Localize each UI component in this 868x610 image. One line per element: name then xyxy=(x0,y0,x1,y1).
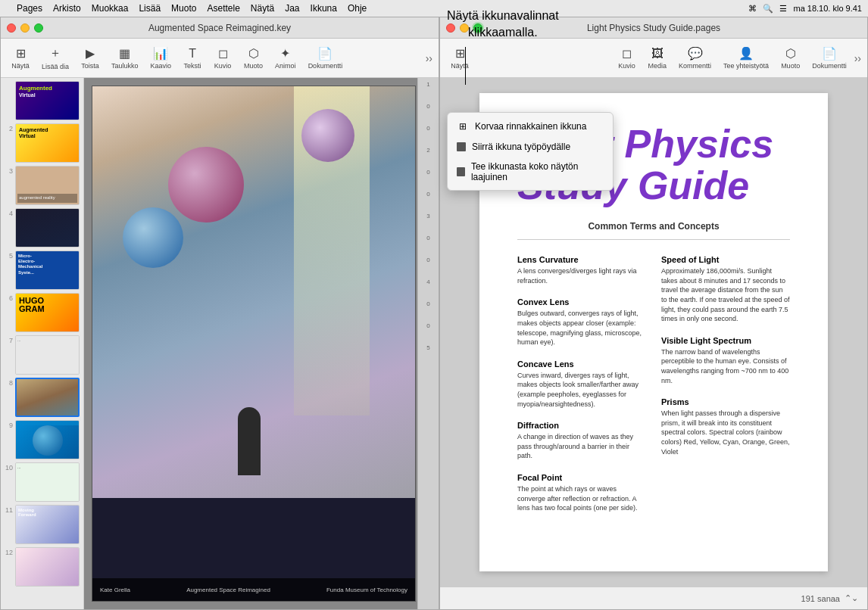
term-focal-title: Focal Point xyxy=(517,473,646,482)
close-button[interactable] xyxy=(7,23,16,33)
term-convex-title: Convex Lens xyxy=(517,297,646,307)
toolbar-expand-button[interactable]: ›› xyxy=(426,52,432,64)
slide-image-8 xyxy=(15,378,80,417)
terms-column-right: Speed of Light Approximately 186,000mi/s… xyxy=(661,255,790,513)
term-lens-curvature-title: Lens Curvature xyxy=(517,255,646,264)
nayta-icon: ⊞ xyxy=(16,46,26,61)
term-lens-curvature-desc: A lens converges/diverges light rays via… xyxy=(517,266,646,285)
slide-thumb-7[interactable]: 7 ... xyxy=(4,335,80,375)
toolbar-dokumentti[interactable]: 📄 Dokumentti xyxy=(304,44,348,72)
pages-kuvio-icon: ◻ xyxy=(622,46,632,61)
menu-ikkuna[interactable]: Ikkuna xyxy=(311,3,337,14)
slide-thumb-12[interactable]: 12 xyxy=(4,547,80,587)
slide-thumb-6[interactable]: 6 HUGOGRAM xyxy=(4,293,80,332)
menu-item-koko-naytto[interactable]: Tee ikkunasta koko näytön laajuinen xyxy=(448,157,613,187)
keynote-content: Augmented Virtual 2 AugmentedVirtual 3 xyxy=(1,78,439,609)
slide-thumb-3[interactable]: 3 augmented reality xyxy=(4,166,80,205)
korvaa-icon: ⊞ xyxy=(457,120,469,132)
toolbar-animoi[interactable]: ✦ Animoi xyxy=(270,44,301,72)
lisaa-dia-icon: ＋ xyxy=(49,45,61,61)
search-icon[interactable]: 🔍 xyxy=(763,4,773,14)
menu-asettele[interactable]: Asettele xyxy=(207,3,239,14)
taulukko-icon: ▦ xyxy=(119,46,130,61)
menu-lisaa[interactable]: Lisää xyxy=(139,3,161,14)
window-options-menu: ⊞ Korvaa rinnakkainen ikkuna Siirrä ikku… xyxy=(447,112,614,191)
word-count-arrows[interactable]: ⌃⌄ xyxy=(845,593,858,603)
pages-muoto-icon: ⬡ xyxy=(785,46,796,61)
pages-toolbar-kommentti[interactable]: 💬 Kommentti xyxy=(674,44,716,72)
pages-toolbar-kuvio[interactable]: ◻ Kuvio xyxy=(614,44,641,72)
pages-yhteistyo-icon: 👤 xyxy=(738,46,754,61)
slide-image-9 xyxy=(15,420,80,459)
menu-item-siirra[interactable]: Siirrä ikkuna työpöydälle xyxy=(448,137,613,157)
menu-arkisto[interactable]: Arkisto xyxy=(53,3,81,14)
pages-toolbar-yhteistyo[interactable]: 👤 Tee yhteistyötä xyxy=(719,44,773,72)
slide-bottom-bar: Kate Grella Augmented Space Reimagined F… xyxy=(92,578,415,601)
slide-thumb-5[interactable]: 5 Micro-Electro-MechanicalSyste... xyxy=(4,251,80,290)
annotation-line xyxy=(465,47,466,85)
slide-canvas: Kate Grella Augmented Space Reimagined F… xyxy=(84,78,439,609)
toolbar-toista[interactable]: ▶ Toista xyxy=(76,44,104,72)
slide-thumb-1[interactable]: Augmented Virtual xyxy=(4,81,80,120)
term-convex-desc: Bulges outward, converges rays of light,… xyxy=(517,309,646,347)
keynote-menu-bar: Pages Arkisto Muokkaa Lisää Muoto Asette… xyxy=(0,0,439,17)
term-concave-desc: Curves inward, diverges rays of light, m… xyxy=(517,371,646,409)
toolbar-kuvio[interactable]: ◻ Kuvio xyxy=(209,44,236,72)
pages-statusbar: 191 sanaa ⌃⌄ xyxy=(440,587,867,609)
menu-muokkaa[interactable]: Muokkaa xyxy=(92,3,129,14)
toolbar-kaavio[interactable]: 📊 Kaavio xyxy=(146,44,176,72)
pages-dokumentti-icon: 📄 xyxy=(822,46,837,61)
word-count: 191 sanaa xyxy=(801,594,840,603)
slide-thumb-10[interactable]: 10 ... xyxy=(4,462,80,502)
pages-nayta-icon: ⊞ xyxy=(455,46,465,61)
slide-ball-2 xyxy=(168,147,244,223)
slide-ball-3 xyxy=(123,207,183,268)
pages-toolbar-media[interactable]: 🖼 Media xyxy=(644,45,672,72)
pages-toolbar-dokumentti[interactable]: 📄 Dokumentti xyxy=(807,44,851,72)
slide-thumb-11[interactable]: 11 MovingForward xyxy=(4,505,80,544)
menu-item-korvaa[interactable]: ⊞ Korvaa rinnakkainen ikkuna xyxy=(448,116,613,137)
term-speed-title: Speed of Light xyxy=(661,255,790,264)
slide-thumb-9[interactable]: 9 xyxy=(4,420,80,459)
menu-nayta[interactable]: Näytä xyxy=(251,3,274,14)
pages-kommentti-icon: 💬 xyxy=(688,46,703,61)
slide-image-4 xyxy=(15,208,80,247)
toolbar-taulukko[interactable]: ▦ Taulukko xyxy=(107,44,143,72)
slide-thumb-4[interactable]: 4 xyxy=(4,208,80,247)
menu-muoto[interactable]: Muoto xyxy=(171,3,196,14)
siirra-icon xyxy=(457,142,466,151)
slide-image-2: AugmentedVirtual xyxy=(15,123,80,163)
menu-ohje[interactable]: Ohje xyxy=(348,3,367,14)
pages-media-icon: 🖼 xyxy=(651,47,663,61)
koko-naytto-icon xyxy=(457,167,465,176)
menu-pages[interactable]: Pages xyxy=(17,3,42,14)
fullscreen-button[interactable] xyxy=(34,23,43,33)
term-concave-title: Concave Lens xyxy=(517,359,646,369)
toolbar-nayta[interactable]: ⊞ Näytä xyxy=(7,44,34,72)
document-columns: Lens Curvature A lens converges/diverges… xyxy=(517,255,790,513)
wifi-icon: ⌘ xyxy=(748,4,757,14)
pages-toolbar-muoto[interactable]: ⬡ Muoto xyxy=(776,44,804,72)
slide-image-1: Augmented Virtual xyxy=(15,81,80,120)
slide-thumb-8[interactable]: 8 xyxy=(4,378,80,417)
term-spectrum-desc: The narrow band of wavelengths perceptib… xyxy=(661,347,790,385)
keynote-slide-main: Kate Grella Augmented Space Reimagined F… xyxy=(92,86,416,602)
control-center-icon[interactable]: ☰ xyxy=(779,4,787,14)
toolbar-muoto[interactable]: ⬡ Muoto xyxy=(239,44,267,72)
kuvio-icon: ◻ xyxy=(218,46,228,61)
terms-column-left: Lens Curvature A lens converges/diverges… xyxy=(517,255,646,513)
toolbar-teksti[interactable]: T Teksti xyxy=(179,45,206,72)
term-diffraction-desc: A change in direction of waves as they p… xyxy=(517,432,646,461)
toista-icon: ▶ xyxy=(86,46,95,61)
slide-thumb-2[interactable]: 2 AugmentedVirtual xyxy=(4,123,80,163)
pages-toolbar-expand[interactable]: ›› xyxy=(854,52,861,64)
document-subtitle: Common Terms and Concepts xyxy=(517,221,790,232)
toolbar-lisaa-dia[interactable]: ＋ Lisää dia xyxy=(37,43,73,73)
term-diffraction-title: Diffraction xyxy=(517,421,646,430)
pages-toolbar-nayta[interactable]: ⊞ Näytä xyxy=(446,44,473,72)
annotation-text: Näytä ikkunavalinnat klikkaamalla. xyxy=(447,8,559,42)
menu-jaa[interactable]: Jaa xyxy=(285,3,299,14)
teksti-icon: T xyxy=(189,47,196,61)
keynote-toolbar: ⊞ Näytä ＋ Lisää dia ▶ Toista ▦ Taulukko … xyxy=(1,39,439,78)
minimize-button[interactable] xyxy=(20,23,30,33)
